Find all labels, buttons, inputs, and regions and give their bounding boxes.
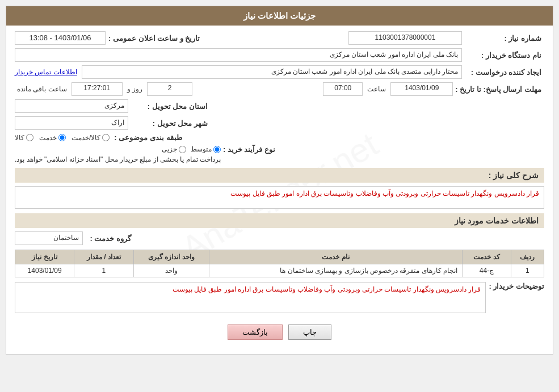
nam-dastgah-label: نام دستگاه خریدار : — [462, 51, 541, 60]
tabaqe-label: طبقه بندی موضوعی : — [114, 133, 182, 142]
announce-label: تاریخ و ساعت اعلان عمومی : — [108, 34, 200, 43]
ijad-konande-label: ایجاد کننده درخواست : — [462, 68, 541, 77]
table-cell-tedad: 1 — [74, 264, 133, 277]
tabaqe-khadamat-radio[interactable] — [58, 134, 66, 141]
table-header-vahed: واحد اندازه گیری — [133, 250, 209, 264]
print-button[interactable]: چاپ — [288, 324, 331, 340]
announce-date: 1403/01/06 - 13:08 — [15, 31, 106, 45]
table-cell-nam: انجام کارهای متفرقه درخصوص بازسازی و بهس… — [209, 264, 463, 277]
shahr-label: شهر محل تحویل : — [128, 119, 208, 128]
table-header-tedad: تعداد / مقدار — [74, 250, 133, 264]
mohlat-label: مهلت ارسال پاسخ: تا تاریخ : — [455, 85, 541, 94]
nam-dastgah-value: بانک ملی ایران اداره امور شعب استان مرکز… — [15, 48, 462, 62]
tabaqe-kala-khadamat-label: کالا/خدمت — [72, 134, 100, 142]
mohlat-rooz-label: روز و — [127, 85, 142, 93]
sharh-section-title: شرح کلی نیاز : — [489, 171, 539, 180]
group-value: ساختمان — [15, 231, 83, 245]
services-table: ردیف کد خدمت نام خدمت واحد اندازه گیری ت… — [15, 250, 544, 277]
nofarayand-mottasat-label: متوسط — [191, 145, 212, 153]
tawzihat-label: توضیحات خریدار : — [489, 282, 544, 290]
nofarayand-jozee-label: جزیی — [162, 145, 177, 153]
nofarayand-mottasat-item: متوسط — [191, 145, 221, 153]
table-cell-tarikh: 1403/01/09 — [15, 264, 74, 277]
tabaqe-kala-item: کالا — [15, 134, 33, 142]
mohlat-saat-mande-label: ساعت باقی مانده — [17, 85, 67, 93]
mohlat-saat-mande-value: 17:27:01 — [72, 82, 123, 96]
table-header-nam: نام خدمت — [209, 250, 463, 264]
contact-info-link[interactable]: اطلاعات تماس خریدار — [15, 68, 77, 76]
services-section-title: اطلاعات خدمات مورد نیاز — [455, 216, 539, 225]
table-header-tarikh: تاریخ نیاز — [15, 250, 74, 264]
tabaqe-khadamat-label: خدمت — [39, 134, 57, 142]
mohlat-rooz-value: 2 — [147, 82, 192, 96]
button-row: چاپ بازگشت — [15, 319, 544, 348]
tabaqe-kala-khadamat-item: کالا/خدمت — [72, 134, 110, 142]
ostan-value: مرکزی — [15, 99, 128, 113]
nofarayand-label: نوع فرآیند خرید : — [223, 145, 275, 154]
mohlat-date: 1403/01/09 — [390, 82, 453, 96]
nofarayand-radio-group: متوسط جزیی — [15, 145, 221, 153]
tabaqe-radio-group: کالا/خدمت خدمت کالا — [15, 134, 110, 142]
tabaqe-kala-label: کالا — [15, 134, 24, 142]
group-label: گروه خدمت : — [86, 234, 131, 243]
mohlat-saat-label: ساعت — [367, 85, 386, 93]
sharh-section-divider: شرح کلی نیاز : — [15, 168, 544, 183]
shahr-value: اراک — [15, 116, 128, 130]
tabaqe-khadamat-item: خدمت — [39, 134, 66, 142]
nofarayand-description: پرداخت تمام یا بخشی از مبلغ خریدار محل "… — [15, 155, 221, 163]
shomara-niaz-value: 1103001378000001 — [348, 31, 462, 45]
tabaqe-kala-khadamat-radio[interactable] — [102, 134, 110, 141]
nofarayand-jozee-item: جزیی — [162, 145, 186, 153]
nofarayand-mottasat-radio[interactable] — [213, 146, 221, 153]
nofarayand-jozee-radio[interactable] — [179, 146, 186, 153]
ijad-konande-value: مختار داراپی متصدی بانک ملی ایران اداره … — [82, 65, 462, 79]
ostan-label: استان محل تحویل : — [128, 102, 208, 111]
table-cell-kod: ج-44 — [463, 264, 511, 277]
tawzihat-text: قرار دادسرویس ونگهدار تاسیسات حرارتی وبر… — [15, 282, 486, 313]
mohlat-saat-value: 07:00 — [323, 82, 363, 96]
page-header: جزئیات اطلاعات نیاز — [6, 6, 553, 26]
back-button[interactable]: بازگشت — [228, 324, 283, 340]
table-header-radif: ردیف — [511, 250, 544, 264]
shomara-niaz-label: شماره نیاز : — [462, 34, 541, 43]
services-section-divider: اطلاعات خدمات مورد نیاز — [15, 213, 544, 228]
page-title: جزئیات اطلاعات نیاز — [243, 11, 316, 20]
sharh-text: قرار دادسرویس ونگهدار تاسیسات حرارتی وبر… — [15, 186, 544, 209]
table-cell-radif: 1 — [511, 264, 544, 277]
tabaqe-kala-radio[interactable] — [26, 134, 33, 141]
table-cell-vahed: واحد — [133, 264, 209, 277]
table-row: 1ج-44انجام کارهای متفرقه درخصوص بازسازی … — [15, 264, 544, 277]
table-header-kod: کد خدمت — [463, 250, 511, 264]
